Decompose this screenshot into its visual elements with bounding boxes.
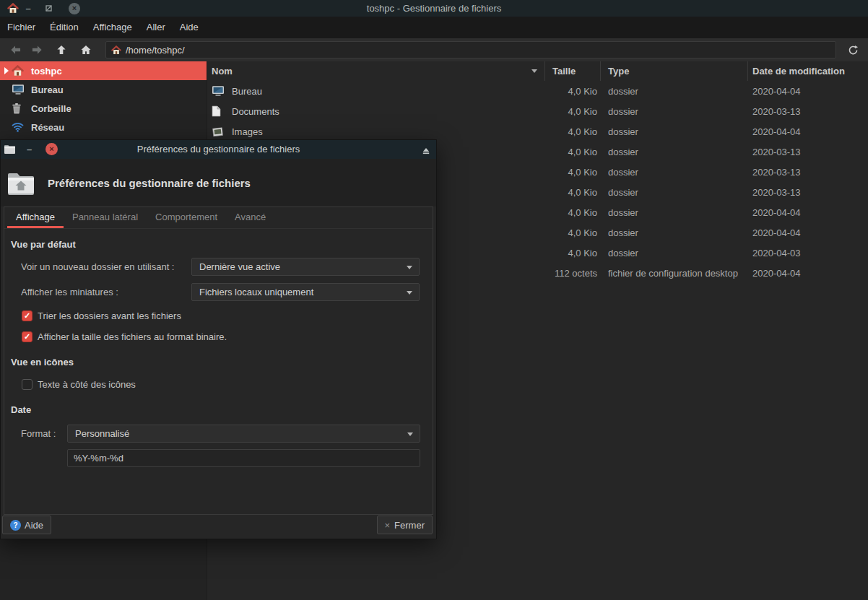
back-icon [10, 45, 21, 55]
tab-content-affichage: Vue par défaut Voir un nouveau dossier e… [4, 229, 433, 514]
thumbnails-select[interactable]: Fichiers locaux uniquement [191, 283, 420, 301]
sidebar-item-label: Corbeille [31, 103, 71, 114]
sidebar-item-corbeille[interactable]: Corbeille [0, 99, 207, 118]
forward-icon [32, 45, 43, 55]
section-date: Date [11, 404, 31, 415]
expander-icon [4, 67, 9, 74]
file-size: 4,0 Kio [545, 126, 601, 137]
home-button[interactable] [75, 40, 97, 59]
column-header-modified[interactable]: Date de modification [748, 61, 868, 81]
desktop-icon [212, 84, 226, 97]
path-home-icon [111, 45, 121, 55]
up-icon [56, 45, 66, 55]
file-modified: 2020-04-04 [748, 227, 868, 238]
file-size: 4,0 Kio [545, 248, 601, 258]
menu-bar: FichierÉditionAffichageAllerAide [0, 17, 868, 38]
tab-bar: AffichagePanneau latéralComportementAvan… [4, 207, 433, 229]
close-icon: × [385, 520, 391, 531]
section-icon-view: Vue en icônes [11, 357, 74, 368]
view-mode-select[interactable]: Dernière vue active [191, 258, 420, 276]
file-size: 4,0 Kio [545, 187, 601, 198]
network-icon [12, 121, 26, 134]
shade-window-icon[interactable] [422, 146, 430, 157]
file-name: Bureau [232, 86, 262, 97]
binary-size-checkbox-row[interactable]: Afficher la taille des fichiers au forma… [22, 331, 227, 342]
dialog-titlebar: – × Préférences du gestionnaire de fichi… [1, 140, 436, 159]
file-type: dossier [601, 207, 748, 218]
forward-button[interactable] [26, 40, 48, 59]
sidebar-item-bureau[interactable]: Bureau [0, 80, 207, 99]
sidebar-item-label: toshpc [31, 66, 62, 77]
file-size: 4,0 Kio [545, 106, 601, 117]
view-mode-label: Voir un nouveau dossier en utilisant : [21, 258, 174, 276]
location-bar[interactable]: /home/toshpc/ [105, 41, 836, 58]
file-type: dossier [601, 167, 748, 178]
file-row[interactable]: Bureau4,0 Kiodossier2020-04-04 [208, 81, 868, 101]
back-button[interactable] [4, 40, 26, 59]
menu-item[interactable]: Fichier [0, 17, 43, 38]
file-type: dossier [601, 106, 748, 117]
sort-folders-first-checkbox-row[interactable]: Trier les dossiers avant les fichiers [22, 310, 181, 321]
file-modified: 2020-04-04 [748, 126, 868, 137]
file-size: 112 octets [545, 268, 601, 279]
checkbox[interactable] [22, 310, 32, 321]
menu-item[interactable]: Affichage [86, 17, 139, 38]
refresh-icon [848, 45, 859, 56]
column-header-name[interactable]: Nom [208, 61, 545, 81]
column-header-size[interactable]: Taille [545, 61, 601, 81]
file-type: dossier [601, 86, 748, 97]
window-titlebar: – × toshpc - Gestionnaire de fichiers [0, 0, 868, 17]
chevron-down-icon [407, 291, 412, 295]
tab-avanc-[interactable]: Avancé [226, 207, 274, 228]
file-type: dossier [601, 126, 748, 137]
sidebar-item-label: Bureau [31, 84, 64, 95]
close-dialog-button[interactable]: × Fermer [377, 516, 433, 534]
menu-item[interactable]: Édition [43, 17, 86, 38]
file-type: dossier [601, 147, 748, 157]
file-row[interactable]: Documents4,0 Kiodossier2020-03-13 [208, 101, 868, 121]
tab-panneau-lat-ral[interactable]: Panneau latéral [64, 207, 147, 228]
text-beside-icons-checkbox-row[interactable]: Texte à côté des icônes [22, 378, 136, 390]
current-path: /home/toshpc/ [126, 45, 185, 56]
dialog-button-bar: ? Aide × Fermer [1, 513, 436, 539]
file-modified: 2020-04-03 [748, 248, 868, 258]
date-format-label: Format : [21, 425, 56, 443]
help-icon: ? [10, 520, 21, 531]
file-row[interactable]: Images4,0 Kiodossier2020-04-04 [208, 121, 868, 142]
file-type: dossier [601, 187, 748, 198]
menu-item[interactable]: Aide [173, 17, 206, 38]
sidebar-item-réseau[interactable]: Réseau [0, 118, 207, 136]
tab-affichage[interactable]: Affichage [7, 207, 64, 228]
list-header: Nom Taille Type Date de modification [208, 61, 868, 81]
preferences-notebook: AffichagePanneau latéralComportementAvan… [4, 206, 433, 515]
column-header-type[interactable]: Type [601, 61, 748, 81]
file-name-cell: Bureau [208, 84, 545, 97]
file-modified: 2020-04-04 [748, 207, 868, 218]
file-size: 4,0 Kio [545, 167, 601, 178]
sidebar-item-label: Réseau [31, 122, 64, 133]
date-format-select[interactable]: Personnalisé [67, 425, 420, 443]
file-name: Images [232, 126, 263, 137]
dialog-title: Préférences du gestionnaire de fichiers [1, 140, 436, 159]
custom-date-format-input[interactable] [67, 449, 420, 467]
file-name-cell: Images [208, 125, 545, 138]
file-modified: 2020-04-04 [748, 86, 868, 97]
file-name-cell: Documents [208, 105, 545, 118]
house-icon [12, 64, 26, 77]
menu-item[interactable]: Aller [139, 17, 173, 38]
refresh-button[interactable] [843, 40, 862, 59]
checkbox[interactable] [22, 379, 32, 390]
sort-descending-icon [531, 69, 537, 73]
file-modified: 2020-04-04 [748, 268, 868, 279]
tab-comportement[interactable]: Comportement [147, 207, 226, 228]
file-modified: 2020-03-13 [748, 167, 868, 178]
file-manager-window: – × toshpc - Gestionnaire de fichiers Fi… [0, 0, 868, 600]
sidebar-item-toshpc[interactable]: toshpc [0, 61, 207, 80]
chevron-down-icon [407, 266, 412, 269]
help-button[interactable]: ? Aide [2, 516, 51, 534]
file-modified: 2020-03-13 [748, 187, 868, 198]
home-icon [80, 45, 92, 55]
file-type: dossier [601, 248, 748, 258]
checkbox[interactable] [22, 331, 32, 342]
up-button[interactable] [51, 40, 72, 59]
